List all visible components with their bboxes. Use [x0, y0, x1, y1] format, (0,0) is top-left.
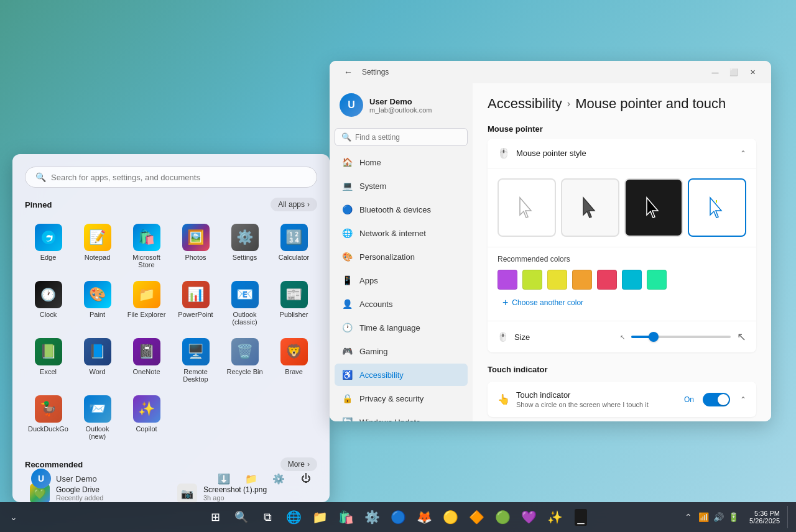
color-purple[interactable] — [497, 270, 517, 290]
folder-button[interactable]: 📁 — [240, 467, 262, 490]
add-color-button[interactable]: + Choose another color — [497, 295, 746, 311]
color-lime[interactable] — [522, 270, 542, 290]
minimize-button[interactable]: — — [706, 65, 724, 79]
maximize-button[interactable]: ⬜ — [725, 65, 743, 79]
touch-toggle[interactable] — [703, 393, 730, 406]
toggle-thumb — [718, 394, 729, 405]
app-recyclebin[interactable]: 🗑️ Recycle Bin — [221, 333, 268, 388]
taskbar-edge[interactable]: 🌐 — [281, 505, 306, 530]
taskbar-app4[interactable]: 💜 — [516, 505, 541, 530]
explorer-taskbar-icon: 📁 — [312, 510, 328, 525]
duckduckgo-icon: 🦆 — [35, 395, 62, 423]
app-photos[interactable]: 🖼️ Photos — [172, 219, 219, 273]
tray-up-icon[interactable]: ⌃ — [682, 511, 695, 523]
size-slider[interactable] — [631, 336, 731, 338]
app-duckduckgo[interactable]: 🦆 DuckDuckGo — [25, 390, 72, 445]
sidebar-item-gaming[interactable]: 🎮 Gaming — [335, 340, 468, 362]
white-cursor — [517, 196, 536, 219]
pointer-option-white[interactable] — [497, 178, 556, 237]
app-excel[interactable]: 📗 Excel — [25, 333, 72, 388]
taskbar-app3[interactable]: 🟢 — [490, 505, 515, 530]
pointer-style-header[interactable]: 🖱️ Mouse pointer style ⌃ — [488, 139, 756, 168]
tray-battery-icon[interactable]: 🔋 — [727, 511, 739, 523]
taskbar-app1[interactable]: 🟡 — [438, 505, 463, 530]
taskbar-clock[interactable]: 5:36 PM 5/26/2025 — [744, 510, 785, 525]
photos-label: Photos — [185, 254, 206, 261]
taskbar-explorer[interactable]: 📁 — [307, 505, 332, 530]
sidebar-item-network[interactable]: 🌐 Network & internet — [335, 222, 468, 244]
app-calculator[interactable]: 🔢 Calculator — [271, 219, 317, 273]
remotedesktop-label: Remote Desktop — [175, 368, 216, 383]
start-search-input[interactable] — [51, 173, 307, 182]
start-search-box[interactable]: 🔍 — [25, 167, 317, 188]
pointer-option-inverted[interactable] — [624, 178, 683, 237]
color-teal[interactable] — [622, 270, 642, 290]
app-publisher[interactable]: 📰 Publisher — [271, 276, 317, 331]
colors-section: Recommended colors + — [488, 247, 756, 321]
color-orange[interactable] — [572, 270, 592, 290]
taskbar-taskview[interactable]: ⧉ — [255, 505, 280, 530]
all-apps-button[interactable]: All apps › — [271, 198, 317, 211]
taskbar-search[interactable]: 🔍 — [229, 505, 254, 530]
tray-overflow-icon[interactable]: ⌄ — [7, 511, 20, 523]
app-outlook-classic[interactable]: 📧 Outlook (classic) — [221, 276, 268, 331]
close-button[interactable]: ✕ — [744, 65, 761, 79]
sidebar-item-home[interactable]: 🏠 Home — [335, 151, 468, 173]
sidebar-item-accessibility[interactable]: ♿ Accessibility — [335, 364, 468, 386]
settings-search[interactable]: 🔍 — [335, 128, 468, 146]
app-clock[interactable]: 🕐 Clock — [25, 276, 72, 331]
sidebar-item-accounts[interactable]: 👤 Accounts — [335, 293, 468, 315]
app-onenote[interactable]: 📓 OneNote — [123, 333, 170, 388]
taskbar-store[interactable]: 🛍️ — [333, 505, 358, 530]
app-fileexplorer[interactable]: 📁 File Explorer — [123, 276, 170, 331]
app-edge[interactable]: Edge — [25, 219, 72, 273]
pointer-option-dark[interactable] — [561, 178, 619, 237]
size-label: Size — [514, 332, 530, 342]
color-pink[interactable] — [597, 270, 617, 290]
app-remotedesktop[interactable]: 🖥️ Remote Desktop — [172, 333, 219, 388]
taskbar-app2[interactable]: 🔶 — [464, 505, 489, 530]
color-green[interactable] — [647, 270, 667, 290]
back-button[interactable]: ← — [340, 65, 357, 79]
sidebar-item-bluetooth[interactable]: 🔵 Bluetooth & devices — [335, 198, 468, 221]
sidebar-item-system[interactable]: 💻 System — [335, 175, 468, 197]
sidebar-item-personalization[interactable]: 🎨 Personalization — [335, 245, 468, 268]
show-desktop-button[interactable] — [787, 506, 791, 528]
taskbar-settings-app[interactable]: ⚙️ — [359, 505, 384, 530]
app-notepad[interactable]: 📝 Notepad — [74, 219, 121, 273]
bluetooth-label: Bluetooth & devices — [359, 205, 431, 214]
sidebar-item-windowsupdate[interactable]: 🔄 Windows Update — [335, 411, 468, 421]
app-outlook-new[interactable]: 📨 Outlook (new) — [74, 390, 121, 445]
settings-search-input[interactable] — [355, 133, 461, 142]
pointer-option-custom[interactable] — [688, 178, 746, 237]
settings-footer-button[interactable]: ⚙️ — [267, 467, 290, 490]
download-button[interactable]: ⬇️ — [213, 467, 235, 490]
taskbar-start[interactable]: ⊞ — [203, 505, 228, 530]
settings-user-header[interactable]: U User Demo m_lab@outlook.com — [335, 88, 468, 127]
taskbar-chrome[interactable]: 🔵 — [386, 505, 410, 530]
taskview-icon: ⧉ — [264, 511, 272, 524]
taskbar-terminal[interactable]: _ — [568, 505, 593, 530]
app-brave[interactable]: 🦁 Brave — [271, 333, 317, 388]
settings-avatar: U — [340, 93, 363, 117]
accounts-icon: 👤 — [341, 298, 353, 310]
sidebar-item-apps[interactable]: 📱 Apps — [335, 269, 468, 291]
window-title: Settings — [362, 68, 389, 76]
user-info-button[interactable]: U User Demo — [25, 465, 103, 492]
taskbar-firefox[interactable]: 🦊 — [412, 505, 437, 530]
paint-icon: 🎨 — [84, 281, 111, 308]
app-store[interactable]: 🛍️ Microsoft Store — [123, 219, 170, 273]
app-paint[interactable]: 🎨 Paint — [74, 276, 121, 331]
power-button[interactable]: ⏻ — [295, 467, 317, 490]
app-powerpoint[interactable]: 📊 PowerPoint — [172, 276, 219, 331]
tray-network-icon[interactable]: 📶 — [697, 511, 710, 523]
sidebar-item-privacy[interactable]: 🔒 Privacy & security — [335, 387, 468, 410]
tray-volume-icon[interactable]: 🔊 — [712, 511, 724, 523]
breadcrumb-parent[interactable]: Accessibility — [488, 96, 562, 112]
color-yellow[interactable] — [547, 270, 567, 290]
app-settings[interactable]: ⚙️ Settings — [221, 219, 268, 273]
app-word[interactable]: 📘 Word — [74, 333, 121, 388]
app-copilot[interactable]: ✨ Copilot — [123, 390, 170, 445]
sidebar-item-time[interactable]: 🕐 Time & language — [335, 316, 468, 339]
taskbar-copilot[interactable]: ✨ — [542, 505, 567, 530]
